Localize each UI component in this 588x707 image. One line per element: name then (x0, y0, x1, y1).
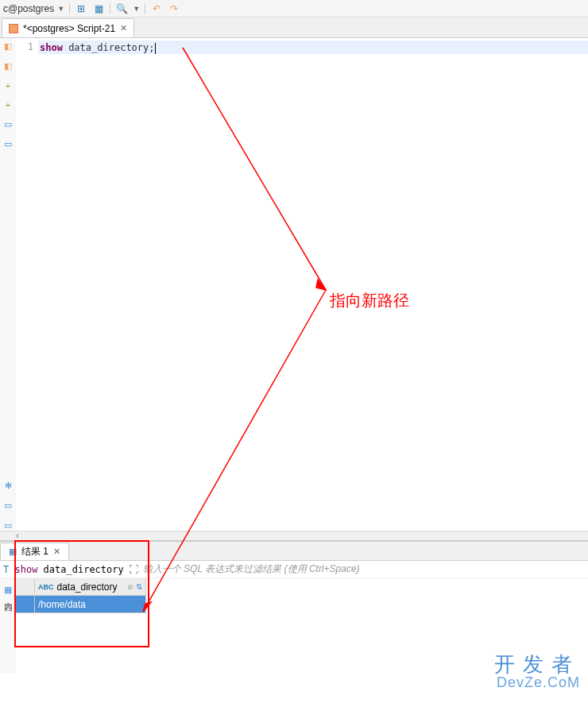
column-name: data_directory (57, 581, 118, 593)
redo-icon[interactable]: ↷ (168, 2, 180, 15)
filter-icon[interactable]: ⎚ (128, 582, 133, 591)
results-tab-label: 结果 1 (21, 545, 48, 558)
column-header[interactable]: ABC data_directory ⎚ ⇅ (35, 578, 146, 596)
filter-input[interactable]: 输入一个 SQL 表达式来过滤结果 (使用 Ctrl+Space) (143, 562, 585, 576)
db-selector[interactable]: c@postgres ▼ (3, 3, 64, 14)
watermark-line1: 开发者 (494, 653, 580, 676)
sql-identifier: data_directory (68, 42, 149, 53)
script-icon (9, 24, 18, 33)
left-tool-gutter: ◧ ◧ + + ▭ ▭ ✻ ▭ ▭ (0, 38, 16, 531)
gutter-icon[interactable]: ▭ (4, 500, 12, 511)
divider (145, 3, 145, 14)
code-editor[interactable]: show data_directory; (38, 38, 588, 531)
divider (69, 3, 70, 14)
row-marker[interactable] (16, 596, 35, 613)
db-label: c@postgres (3, 3, 54, 14)
watermark-line2: DevZe.CoM (494, 675, 580, 691)
gutter-icon[interactable]: + (6, 100, 10, 110)
sql-terminator: ; (149, 42, 154, 53)
expand-icon[interactable]: ⛶ (129, 564, 138, 575)
grid-icon: ▦ (9, 547, 17, 557)
grid-data-row[interactable]: /home/data (16, 596, 146, 613)
grid-icon[interactable]: ⊞ (75, 2, 87, 15)
grid-cell[interactable]: /home/data (35, 596, 146, 613)
grid-icon[interactable]: ▦ (4, 585, 12, 595)
filter-sql-preview: T show data_directory (3, 564, 124, 575)
cell-value: /home/data (38, 599, 86, 610)
tab-label: *<postgres> Script-21 (23, 23, 115, 34)
results-grid: ABC data_directory ⎚ ⇅ /home/data (16, 578, 146, 674)
grid-header-row: ABC data_directory ⎚ ⇅ (16, 578, 146, 596)
line-number: 1 (16, 41, 33, 52)
line-number-gutter: 1 (16, 38, 38, 531)
editor-tab-bar: *<postgres> Script-21 ✕ (0, 17, 588, 38)
code-line: show data_directory; (40, 41, 583, 55)
undo-icon[interactable]: ↶ (150, 2, 163, 15)
gutter-icon[interactable]: ▭ (4, 139, 12, 149)
gutter-icon[interactable]: ▭ (4, 119, 12, 129)
row-marker-header[interactable] (16, 578, 35, 596)
editor-area: ◧ ◧ + + ▭ ▭ ✻ ▭ ▭ 1 show data_directory; (0, 38, 588, 531)
top-toolbar: c@postgres ▼ ⊞ ▦ 🔍 ▼ ↶ ↷ (0, 0, 588, 17)
grid-left-gutter: ▦ 内容 (0, 578, 16, 674)
close-icon[interactable]: ✕ (120, 23, 127, 33)
watermark: 开发者 DevZe.CoM (494, 653, 580, 691)
editor-tab[interactable]: *<postgres> Script-21 ✕ (2, 18, 134, 37)
type-badge: ABC (38, 583, 54, 591)
search-dropdown-icon[interactable]: ▼ (133, 5, 140, 13)
gutter-icon[interactable]: ◧ (4, 61, 12, 71)
gutter-icon[interactable]: ✻ (5, 481, 12, 491)
search-icon[interactable]: 🔍 (115, 2, 128, 15)
divider (110, 3, 110, 14)
text-cursor (155, 43, 156, 54)
window-icon[interactable]: ▦ (92, 2, 105, 15)
dropdown-arrow-icon: ▼ (57, 5, 64, 13)
close-icon[interactable]: ✕ (53, 547, 60, 557)
gutter-icon[interactable]: + (6, 81, 10, 91)
filter-bar: T show data_directory ⛶ 输入一个 SQL 表达式来过滤结… (0, 561, 588, 578)
results-tab-bar: ▦ 结果 1 ✕ (0, 542, 588, 561)
results-tab[interactable]: ▦ 结果 1 ✕ (0, 543, 69, 560)
gutter-icon[interactable]: ◧ (4, 41, 12, 52)
gutter-icon[interactable]: ▭ (4, 520, 12, 531)
sql-keyword: show (40, 42, 63, 53)
horizontal-scrollbar[interactable] (0, 531, 588, 540)
sort-icon[interactable]: ⇅ (136, 582, 142, 591)
